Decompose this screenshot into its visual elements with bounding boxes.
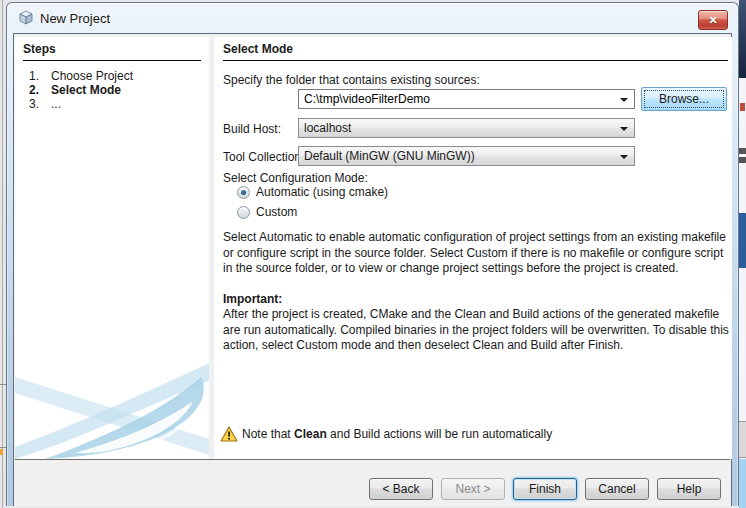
step-item-choose-project: 1. Choose Project — [29, 69, 205, 83]
button-bar-separator — [15, 459, 730, 460]
background-text-fragment — [739, 157, 746, 163]
steps-panel: Steps 1. Choose Project 2. Select Mode 3… — [15, 37, 209, 459]
background-divider — [2, 0, 3, 508]
important-heading: Important: — [223, 292, 731, 308]
config-mode-label: Select Configuration Mode: — [223, 171, 368, 185]
background-accent-mark — [0, 449, 3, 455]
tool-collection-value: Default (MinGW (GNU MinGW)) — [304, 149, 475, 163]
next-button[interactable]: Next > — [441, 478, 505, 500]
background-text-fragment — [739, 148, 746, 154]
step-number: 3. — [29, 97, 51, 111]
step-number: 2. — [29, 83, 51, 97]
window-title: New Project — [40, 11, 110, 26]
steps-list: 1. Choose Project 2. Select Mode 3. ... — [29, 69, 205, 111]
step-label: ... — [51, 97, 61, 111]
radio-button-icon[interactable] — [237, 186, 250, 199]
tool-collection-label: Tool Collection: — [223, 150, 304, 164]
tool-collection-combobox[interactable]: Default (MinGW (GNU MinGW)) — [298, 146, 635, 166]
background-blue-bar — [739, 213, 746, 268]
mode-description-text: Select Automatic to enable automatic con… — [223, 230, 731, 277]
dialog-body: Steps 1. Choose Project 2. Select Mode 3… — [13, 33, 732, 506]
cube-icon — [18, 10, 34, 26]
folder-input[interactable] — [299, 90, 617, 108]
back-button[interactable]: < Back — [369, 478, 433, 500]
finish-button[interactable]: Finish — [513, 478, 577, 500]
radio-button-icon[interactable] — [237, 206, 250, 219]
watermark-swoosh-graphic — [15, 363, 209, 459]
dropdown-arrow-icon — [620, 155, 628, 159]
radio-automatic-label: Automatic (using cmake) — [256, 185, 388, 199]
browse-button-label: Browse... — [659, 92, 709, 106]
close-icon: ✕ — [708, 14, 717, 26]
background-gray-band — [739, 421, 746, 458]
important-text: After the project is created, CMake and … — [223, 307, 731, 354]
help-button[interactable]: Help — [657, 478, 721, 500]
steps-header: Steps — [23, 42, 201, 61]
select-mode-panel: Select Mode Specify the folder that cont… — [214, 37, 732, 459]
build-host-label: Build Host: — [223, 122, 281, 136]
radio-custom[interactable]: Custom — [237, 205, 297, 219]
radio-custom-label: Custom — [256, 205, 297, 219]
folder-combobox[interactable] — [298, 89, 635, 109]
background-header-strip — [739, 0, 746, 78]
step-item-ellipsis: 3. ... — [29, 97, 205, 111]
background-blue-edge — [739, 459, 746, 508]
title-bar[interactable]: New Project ✕ — [7, 3, 738, 33]
warning-message: Note that Clean and Build actions will b… — [220, 426, 552, 442]
new-project-dialog: New Project ✕ Steps 1. Choose Project 2.… — [6, 2, 739, 506]
dropdown-arrow-icon[interactable] — [620, 98, 628, 102]
background-text-fragment — [740, 103, 745, 111]
close-button[interactable]: ✕ — [698, 10, 728, 30]
build-host-value: localhost — [304, 121, 351, 135]
step-label: Choose Project — [51, 69, 133, 83]
warning-text: Note that Clean and Build actions will b… — [242, 427, 552, 441]
panel-title: Select Mode — [223, 42, 728, 61]
background-window-right-sliver — [739, 0, 746, 508]
step-number: 1. — [29, 69, 51, 83]
step-label: Select Mode — [51, 83, 121, 97]
warning-icon — [220, 426, 238, 442]
browse-button[interactable]: Browse... — [641, 87, 727, 111]
step-item-select-mode-current: 2. Select Mode — [29, 83, 205, 97]
radio-automatic[interactable]: Automatic (using cmake) — [237, 185, 388, 199]
dropdown-arrow-icon — [620, 127, 628, 131]
build-host-combobox[interactable]: localhost — [298, 118, 635, 138]
folder-source-label: Specify the folder that contains existin… — [223, 73, 480, 87]
cancel-button[interactable]: Cancel — [585, 478, 649, 500]
